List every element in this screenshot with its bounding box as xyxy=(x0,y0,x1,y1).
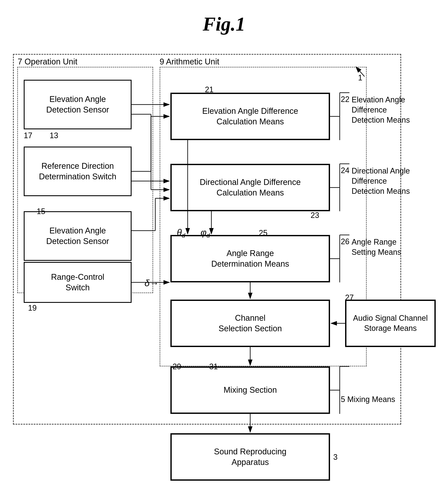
audio-signal-storage-block: Audio Signal Channel Storage Means xyxy=(345,300,436,347)
num-23: 23 xyxy=(311,211,319,220)
num-29: 29 xyxy=(173,362,181,371)
num-19: 19 xyxy=(28,304,37,313)
channel-selection-block: Channel Selection Section xyxy=(170,300,330,347)
elevation-sensor-top-block: Elevation Angle Detection Sensor xyxy=(24,80,132,129)
sound-reproducing-block: Sound Reproducing Apparatus xyxy=(170,433,330,481)
angle-range-det-block: Angle Range Determination Means xyxy=(170,235,330,282)
num-21: 21 xyxy=(205,85,214,94)
theta-d-label: θd xyxy=(177,228,185,239)
figure-title: Fig.1 xyxy=(203,13,246,35)
phi-d-label: φd xyxy=(200,228,210,239)
directional-diff-detect-label: Directional Angle Difference Detection M… xyxy=(352,166,442,196)
mixing-means-label: 5 Mixing Means xyxy=(341,394,423,405)
num-27: 27 xyxy=(345,293,354,302)
range-control-switch-block: Range-Control Switch xyxy=(24,262,132,303)
num-13: 13 xyxy=(50,131,58,140)
mixing-section-block: Mixing Section xyxy=(170,366,330,414)
directional-diff-calc-block: Directional Angle Difference Calculation… xyxy=(170,164,330,211)
num-3: 3 xyxy=(333,453,337,462)
page-container: Fig.1 7 Operation Unit 9 Arithmetic Unit… xyxy=(0,0,448,488)
angle-range-setting-label: Angle Range Setting Means xyxy=(352,237,433,257)
elevation-diff-calc-block: Elevation Angle Difference Calculation M… xyxy=(170,93,330,140)
elevation-sensor-bottom-block: Elevation Angle Detection Sensor xyxy=(24,211,132,261)
elevation-diff-detect-label: Elevation Angle Difference Detection Mea… xyxy=(352,95,438,125)
delta-label: δ→ xyxy=(144,278,159,288)
num-22: 22 xyxy=(341,95,349,104)
num-26: 26 xyxy=(341,237,349,246)
num-15: 15 xyxy=(37,207,45,216)
num-24: 24 xyxy=(341,166,349,175)
num-31: 31 xyxy=(209,362,218,371)
num-17: 17 xyxy=(24,131,32,140)
ref-direction-switch-block: Reference Direction Determination Switch xyxy=(24,147,132,196)
num-25: 25 xyxy=(259,228,267,237)
